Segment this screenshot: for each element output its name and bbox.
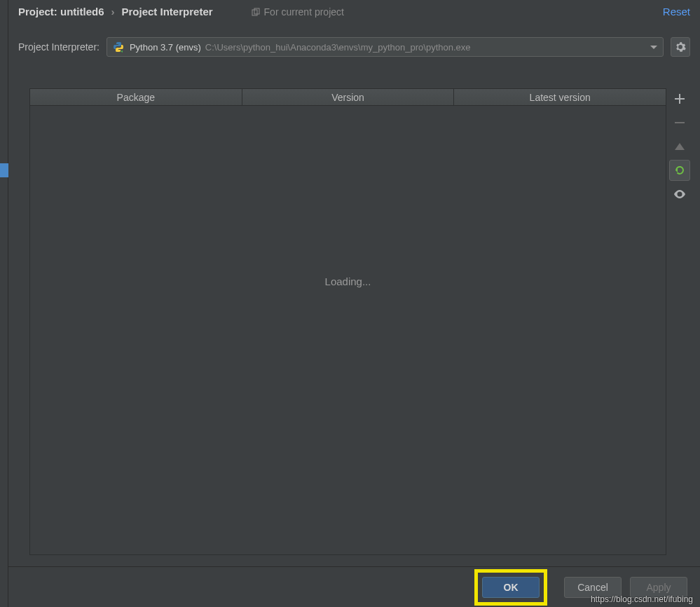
side-toolbar — [669, 88, 690, 205]
scope-label: For current project — [252, 6, 344, 18]
plus-icon — [675, 94, 685, 104]
loading-text: Loading... — [325, 275, 371, 287]
ok-button[interactable]: OK — [482, 577, 540, 598]
scope-text: For current project — [264, 6, 344, 18]
svg-point-2 — [678, 193, 681, 196]
packages-table: Package Version Latest version Loading..… — [29, 88, 666, 555]
watermark-text: https://blog.csdn.net/ifubing — [591, 594, 693, 604]
breadcrumb: Project: untitled6 › Project Interpreter… — [8, 0, 700, 22]
upgrade-package-button[interactable] — [669, 136, 690, 157]
table-header: Package Version Latest version — [30, 89, 666, 106]
interpreter-settings-button[interactable] — [671, 37, 690, 57]
add-package-button[interactable] — [669, 88, 690, 109]
interpreter-name: Python 3.7 (envs) — [130, 42, 201, 53]
refresh-button[interactable] — [669, 160, 690, 181]
breadcrumb-section: Project Interpreter — [122, 6, 213, 18]
reset-link[interactable]: Reset — [663, 6, 690, 18]
column-package[interactable]: Package — [30, 89, 242, 105]
eye-icon — [673, 190, 686, 198]
ok-highlight-box: OK — [474, 569, 547, 606]
interpreter-select[interactable]: Python 3.7 (envs) C:\Users\python_hui\An… — [107, 37, 664, 57]
interpreter-path: C:\Users\python_hui\Anaconda3\envs\my_py… — [205, 42, 471, 53]
gear-icon — [675, 41, 686, 53]
minus-icon — [675, 118, 685, 128]
remove-package-button[interactable] — [669, 112, 690, 133]
refresh-icon — [674, 165, 685, 176]
chevron-down-icon — [650, 46, 657, 49]
column-latest[interactable]: Latest version — [454, 89, 666, 105]
show-early-releases-button[interactable] — [669, 184, 690, 205]
python-icon — [113, 41, 124, 53]
breadcrumb-project[interactable]: Project: untitled6 — [18, 6, 104, 18]
column-version[interactable]: Version — [242, 89, 455, 105]
copy-icon — [252, 8, 260, 16]
table-body: Loading... — [30, 106, 666, 554]
triangle-up-icon — [675, 143, 685, 150]
interpreter-row: Project Interpreter: Python 3.7 (envs) C… — [8, 22, 700, 57]
interpreter-label: Project Interpreter: — [18, 41, 99, 53]
settings-panel: Project: untitled6 › Project Interpreter… — [8, 0, 700, 607]
left-gutter-highlight — [0, 163, 8, 177]
chevron-right-icon: › — [111, 6, 115, 18]
left-gutter — [0, 0, 8, 607]
